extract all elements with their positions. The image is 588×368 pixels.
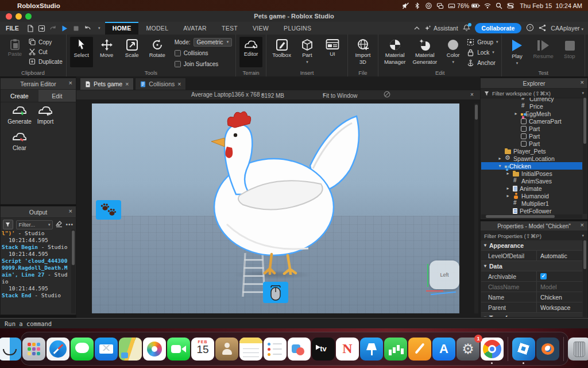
terrain-import-button[interactable]: Import <box>32 105 59 125</box>
screen-mirroring-icon[interactable] <box>434 1 446 10</box>
terrain-tab-edit[interactable]: Edit <box>38 90 76 102</box>
bluetooth-icon[interactable] <box>411 1 423 10</box>
tree-item[interactable]: AnimSaves <box>481 177 582 185</box>
dock-notes[interactable] <box>239 338 262 361</box>
rotate-tool-button[interactable]: Rotate <box>146 37 169 60</box>
tab-pets-game[interactable]: Pets game × <box>80 78 134 90</box>
tab-plugins[interactable]: PLUGINS <box>276 22 319 34</box>
copy-button[interactable]: Copy <box>29 38 63 46</box>
tree-item[interactable]: Part <box>481 125 582 132</box>
properties-close-icon[interactable]: × <box>581 221 584 228</box>
mouse-overlay-button[interactable] <box>263 282 288 303</box>
dock-facetime[interactable] <box>167 338 190 361</box>
parent-value[interactable]: Workspace <box>537 302 582 312</box>
dock-safari[interactable] <box>47 338 69 361</box>
dock-system-settings[interactable]: 1 <box>457 338 479 361</box>
stop-button[interactable]: Stop <box>558 37 581 61</box>
control-center-icon[interactable] <box>505 1 516 10</box>
output-scrollbar[interactable] <box>71 229 75 313</box>
airpods-icon[interactable] <box>423 1 434 10</box>
clear-output-icon[interactable] <box>56 220 63 230</box>
mode-dropdown[interactable]: Mode: Geometric▾ <box>175 38 232 46</box>
tree-item[interactable]: CameraPart <box>481 117 582 125</box>
tab-model[interactable]: MODEL <box>138 22 176 34</box>
help-icon[interactable]: ? <box>526 24 534 33</box>
battery-icon[interactable] <box>470 1 482 10</box>
dock-keynote[interactable] <box>360 338 383 361</box>
explorer-vscrollbar[interactable] <box>583 98 587 214</box>
dock-apple-tv[interactable] <box>312 338 335 361</box>
lock-button[interactable]: Lock▾ <box>467 48 498 56</box>
paste-button[interactable]: Paste <box>3 37 26 59</box>
tree-item[interactable]: ▸SpawnLocation <box>481 155 582 162</box>
redo-icon[interactable] <box>48 22 59 34</box>
dock-reminders[interactable] <box>264 338 287 361</box>
section-data[interactable]: ▾Data <box>481 261 582 271</box>
tab-avatar[interactable]: AVATAR <box>176 22 214 34</box>
section-transform[interactable]: ▾Transform <box>481 313 582 317</box>
dock-blender[interactable] <box>536 338 559 361</box>
ui-button[interactable]: UI <box>321 37 344 59</box>
tree-item[interactable]: Part <box>481 132 582 140</box>
duplicate-button[interactable]: Duplicate <box>29 57 63 66</box>
join-surfaces-checkbox[interactable]: Join Surfaces <box>175 60 232 68</box>
dock-app-store[interactable] <box>432 338 455 361</box>
resume-button[interactable]: Resume <box>531 37 555 61</box>
tree-item[interactable]: ▸EggMesh <box>481 110 582 117</box>
command-bar-input[interactable]: Run a command <box>0 318 588 328</box>
explorer-hscrollbar[interactable] <box>481 214 582 218</box>
menubar-app-name[interactable]: RobloxStudio <box>17 2 60 9</box>
group-button[interactable]: Group▾ <box>467 38 498 46</box>
material-manager-button[interactable]: MaterialManager <box>382 37 408 67</box>
assistant-button[interactable]: Assistant <box>424 25 458 32</box>
tab-collisions[interactable]: Collisions × <box>135 78 186 90</box>
import-3d-button[interactable]: Import 3D <box>351 37 374 67</box>
device-resolution[interactable]: 1366 x 768 <box>231 91 260 98</box>
dock-pages[interactable] <box>408 338 431 361</box>
select-tool-button[interactable]: Select <box>70 37 93 67</box>
terrain-clear-button[interactable]: Clear <box>5 131 34 151</box>
tree-item[interactable]: Player_Pets <box>481 147 582 155</box>
notifications-bell-icon[interactable] <box>463 24 470 33</box>
file-menu[interactable]: FILE <box>0 22 25 34</box>
scale-tool-button[interactable]: Scale <box>121 37 144 60</box>
left-part-cube[interactable]: Left <box>430 260 459 289</box>
paw-overlay-button[interactable] <box>96 200 121 220</box>
wifi-icon[interactable] <box>482 1 493 10</box>
dock-chrome[interactable] <box>481 338 504 361</box>
open-file-icon[interactable] <box>36 22 48 34</box>
tree-item[interactable]: PetFollower <box>481 207 582 214</box>
anchor-button[interactable]: Anchor <box>467 59 498 67</box>
output-more-icon[interactable]: ••• <box>65 221 74 228</box>
dock-launchpad[interactable] <box>22 338 45 361</box>
archivable-checkbox[interactable]: ✓ <box>540 273 547 279</box>
terrain-tab-create[interactable]: Create <box>1 90 38 102</box>
dock-trash[interactable] <box>568 338 588 361</box>
color-button[interactable]: Color ▾ <box>442 37 465 67</box>
properties-filter-input[interactable]: Filter Properties (⇧⌘P) ▾ <box>481 231 587 241</box>
close-tab-icon[interactable]: × <box>177 80 181 87</box>
tree-item[interactable]: Currency <box>481 98 582 102</box>
dock-mail[interactable] <box>95 338 118 361</box>
viewport-scrollbar[interactable] <box>474 103 478 313</box>
tab-home[interactable]: HOME <box>105 22 139 34</box>
search-icon[interactable] <box>493 1 505 10</box>
collaborate-button[interactable]: Collaborate <box>475 23 522 33</box>
dock-finder[interactable] <box>0 338 21 361</box>
mute-icon[interactable] <box>400 1 411 10</box>
terrain-generate-button[interactable]: Generate <box>5 105 34 125</box>
3d-scene[interactable]: Left <box>92 103 459 313</box>
quick-play-icon[interactable] <box>59 22 71 34</box>
tree-item[interactable]: ▸Humanoid <box>481 192 582 200</box>
tab-view[interactable]: VIEW <box>245 22 276 34</box>
keyboard-icon[interactable] <box>446 1 457 10</box>
explorer-filter-input[interactable]: Filter workspace (⇧⌘X) ▾ <box>481 89 587 98</box>
output-filter-icon[interactable] <box>3 220 13 229</box>
name-value[interactable]: Chicken <box>537 292 582 302</box>
tree-item[interactable]: ▸Animate <box>481 185 582 192</box>
dock-freeform[interactable] <box>288 338 311 361</box>
output-close-icon[interactable]: × <box>69 208 72 214</box>
tree-item[interactable]: Multiplier1 <box>481 200 582 207</box>
tree-item-selected[interactable]: ▾Chicken <box>481 162 582 170</box>
material-generator-button[interactable]: MaterialGenerator <box>410 37 439 67</box>
